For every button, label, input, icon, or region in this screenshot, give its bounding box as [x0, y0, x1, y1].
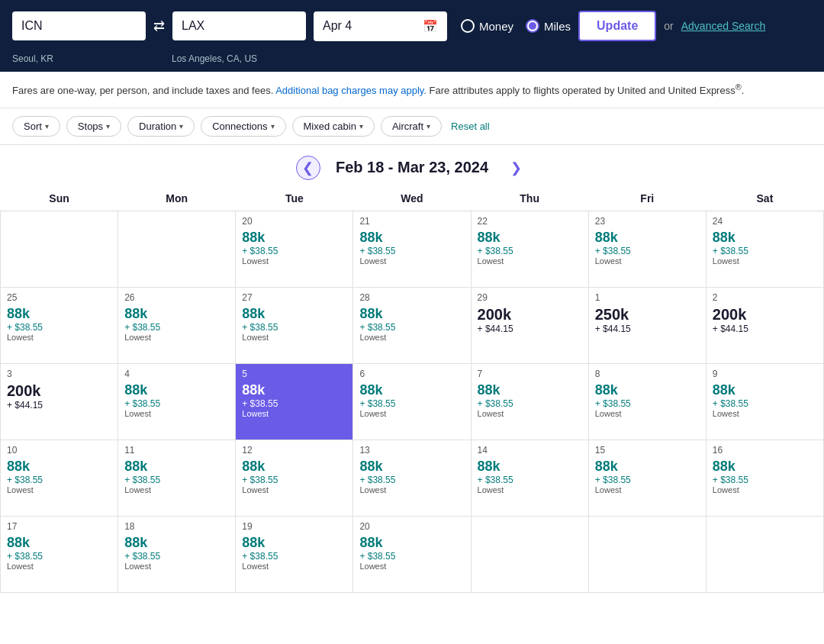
calendar-cell[interactable]: 3200k+ $44.15	[1, 363, 118, 440]
or-text: or	[664, 20, 673, 32]
sort-filter[interactable]: Sort ▾	[12, 116, 60, 137]
origin-input[interactable]	[12, 11, 146, 40]
miles-value: 88k	[7, 306, 111, 322]
calendar-cell[interactable]: 1188k+ $38.55Lowest	[118, 440, 236, 516]
calendar-cell[interactable]: 988k+ $38.55Lowest	[706, 363, 823, 440]
mixed-cabin-filter[interactable]: Mixed cabin ▾	[292, 116, 375, 137]
lowest-label: Lowest	[478, 485, 582, 494]
calendar-cell[interactable]: 29200k+ $44.15	[471, 287, 588, 363]
swap-icon[interactable]: ⇄	[153, 18, 165, 34]
duration-filter[interactable]: Duration ▾	[127, 116, 195, 137]
calendar-day-header: Thu	[471, 186, 588, 211]
calendar-cell[interactable]: 2288k+ $38.55Lowest	[471, 211, 588, 287]
calendar-cell[interactable]: 1488k+ $38.55Lowest	[471, 440, 588, 516]
calendar-cell[interactable]: 888k+ $38.55Lowest	[588, 363, 706, 440]
calendar-cell[interactable]: 1388k+ $38.55Lowest	[353, 440, 471, 516]
stops-filter[interactable]: Stops ▾	[66, 116, 121, 137]
update-button[interactable]: Update	[578, 11, 656, 41]
aircraft-filter[interactable]: Aircraft ▾	[381, 116, 442, 137]
calendar-cell[interactable]: 1588k+ $38.55Lowest	[588, 440, 706, 516]
lowest-label: Lowest	[713, 409, 817, 418]
miles-value: 88k	[124, 382, 229, 398]
day-number: 9	[713, 369, 817, 379]
miles-value: 88k	[242, 459, 346, 475]
calendar-day-header: Sun	[1, 186, 118, 211]
calendar-cell[interactable]: 588k+ $38.55Lowest	[236, 363, 353, 440]
miles-radio[interactable]: Miles	[526, 19, 571, 33]
connections-chevron: ▾	[271, 122, 275, 130]
next-week-arrow[interactable]: ❯	[504, 156, 528, 180]
stops-label: Stops	[78, 121, 103, 132]
miles-value: 88k	[595, 459, 700, 475]
day-number: 16	[713, 445, 817, 456]
calendar-cell[interactable]: 2688k+ $38.55Lowest	[118, 287, 236, 363]
connections-label: Connections	[212, 121, 267, 132]
lowest-label: Lowest	[7, 485, 111, 494]
calendar-day-header: Sat	[706, 186, 823, 211]
fare-note: Fares are one-way, per person, and inclu…	[0, 72, 824, 108]
reset-all-link[interactable]: Reset all	[451, 121, 490, 132]
miles-value: 88k	[124, 459, 229, 475]
day-number: 11	[124, 445, 229, 456]
lowest-label: Lowest	[595, 409, 700, 418]
fee-value: + $44.15	[595, 324, 700, 334]
calendar-cell[interactable]: 2488k+ $38.55Lowest	[706, 211, 823, 287]
fee-value: + $38.55	[478, 398, 582, 409]
date-picker[interactable]: Apr 4 📅	[314, 11, 447, 41]
fee-value: + $38.55	[7, 322, 111, 333]
calendar-day-header: Tue	[236, 186, 353, 211]
prev-week-arrow[interactable]: ❮	[296, 156, 320, 180]
fee-value: + $38.55	[7, 475, 111, 485]
fee-value: + $44.15	[713, 324, 817, 334]
calendar-cell[interactable]: 1250k+ $44.15	[588, 287, 706, 363]
day-number: 17	[7, 521, 111, 532]
fee-value: + $38.55	[595, 398, 700, 409]
calendar-cell[interactable]: 488k+ $38.55Lowest	[118, 363, 236, 440]
aircraft-chevron: ▾	[426, 122, 430, 130]
day-number: 14	[478, 445, 582, 456]
calendar-cell[interactable]: 788k+ $38.55Lowest	[471, 363, 588, 440]
destination-input[interactable]	[172, 11, 306, 40]
calendar-cell[interactable]: 1688k+ $38.55Lowest	[706, 440, 823, 516]
calendar-cell[interactable]	[1, 211, 118, 287]
fee-value: + $38.55	[359, 322, 464, 333]
day-number: 7	[478, 369, 582, 379]
calendar-cell[interactable]: 2088k+ $38.55Lowest	[353, 516, 471, 592]
calendar-cell[interactable]: 2200k+ $44.15	[706, 287, 823, 363]
miles-value: 88k	[359, 230, 464, 246]
calendar-cell[interactable]	[118, 211, 236, 287]
mixed-cabin-chevron: ▾	[359, 122, 363, 130]
miles-label: Miles	[544, 20, 571, 33]
money-radio[interactable]: Money	[461, 19, 513, 33]
calendar-cell[interactable]: 2388k+ $38.55Lowest	[588, 211, 706, 287]
calendar-cell[interactable]: 2188k+ $38.55Lowest	[353, 211, 471, 287]
day-number: 24	[713, 216, 817, 227]
day-number: 19	[242, 521, 346, 532]
fee-value: + $38.55	[242, 322, 346, 333]
date-range-label: Feb 18 - Mar 23, 2024	[336, 159, 488, 176]
calendar-cell[interactable]	[471, 516, 588, 592]
bag-charges-link[interactable]: Additional bag charges may apply.	[275, 85, 426, 96]
calendar-cell[interactable]: 2788k+ $38.55Lowest	[236, 287, 353, 363]
calendar-cell[interactable]: 2888k+ $38.55Lowest	[353, 287, 471, 363]
fee-value: + $44.15	[7, 400, 111, 411]
fee-value: + $38.55	[713, 398, 817, 409]
calendar-cell[interactable]: 1888k+ $38.55Lowest	[118, 516, 236, 592]
calendar-cell[interactable]	[588, 516, 706, 592]
lowest-label: Lowest	[478, 256, 582, 266]
calendar-cell[interactable]: 1088k+ $38.55Lowest	[1, 440, 118, 516]
calendar-cell[interactable]: 688k+ $38.55Lowest	[353, 363, 471, 440]
connections-filter[interactable]: Connections ▾	[201, 116, 285, 137]
calendar-cell[interactable]: 1988k+ $38.55Lowest	[236, 516, 353, 592]
calendar-cell[interactable]: 1788k+ $38.55Lowest	[1, 516, 118, 592]
day-number: 6	[359, 369, 464, 379]
advanced-search-link[interactable]: Advanced Search	[681, 20, 766, 32]
calendar-cell[interactable]: 1288k+ $38.55Lowest	[236, 440, 353, 516]
miles-value: 88k	[359, 382, 464, 398]
day-number: 25	[7, 292, 111, 303]
search-bar: ⇄ Apr 4 📅 Money Miles Update or Advanced…	[0, 0, 824, 52]
calendar-cell[interactable]	[706, 516, 823, 592]
calendar-cell[interactable]: 2588k+ $38.55Lowest	[1, 287, 118, 363]
calendar-cell[interactable]: 2088k+ $38.55Lowest	[236, 211, 353, 287]
lowest-label: Lowest	[242, 256, 346, 266]
